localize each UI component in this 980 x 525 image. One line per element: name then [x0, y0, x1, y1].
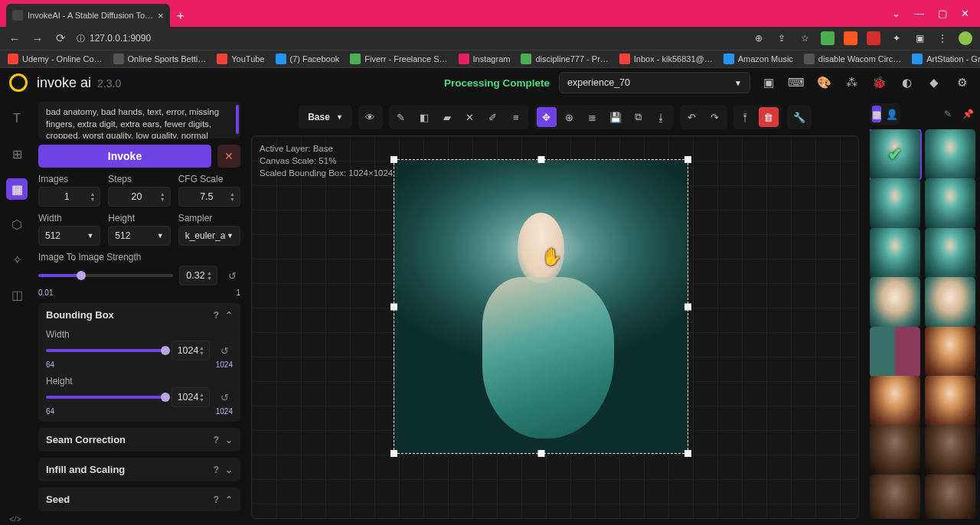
language-icon[interactable]: ⁂	[842, 73, 861, 92]
height-select[interactable]: 512▼	[108, 226, 170, 246]
help-icon[interactable]: ?	[214, 494, 219, 505]
gallery-thumb[interactable]	[870, 425, 920, 475]
bookmark-item[interactable]: Amazon Music	[724, 54, 793, 64]
resize-handle[interactable]	[390, 450, 397, 457]
layers-icon[interactable]: ≣	[583, 107, 603, 127]
canvas-viewport[interactable]: Active Layer: Base Canvas Scale: 51% Sca…	[251, 135, 859, 519]
puzzle-icon[interactable]: ✦	[890, 31, 903, 45]
save-icon[interactable]: 💾	[606, 107, 626, 127]
reset-icon[interactable]: ↺	[216, 342, 233, 359]
negative-prompt-input[interactable]: bad anatomy, bad hands, text, error, mis…	[38, 102, 240, 139]
gallery-thumb[interactable]	[870, 228, 920, 279]
reset-view-icon[interactable]: ⊕	[560, 107, 580, 127]
nodes-tab[interactable]: ⬡	[6, 214, 28, 235]
fill-tool-icon[interactable]: ▰	[437, 107, 457, 127]
gallery-thumb[interactable]	[925, 327, 975, 377]
ext-icon-1[interactable]	[821, 31, 835, 45]
reset-icon[interactable]: ↺	[224, 267, 240, 284]
chevron-down-icon[interactable]: ⌄	[225, 465, 233, 475]
canvas-tab[interactable]: ▦	[6, 178, 28, 200]
bookmark-item[interactable]: Udemy - Online Co…	[8, 54, 103, 64]
move-tool-icon[interactable]: ✥	[537, 107, 557, 127]
stepper-icon[interactable]: ▲▼	[230, 191, 235, 202]
code-toggle-icon[interactable]: </>	[9, 514, 21, 523]
stepper-icon[interactable]: ▲▼	[90, 191, 95, 202]
bbox-height-input[interactable]: 1024▲▼	[172, 387, 210, 407]
wrench-icon[interactable]: 🔧	[789, 107, 809, 127]
i2i-strength-input[interactable]: 0.32▲▼	[179, 266, 217, 285]
resize-handle[interactable]	[390, 156, 397, 163]
txt2img-tab[interactable]: T	[6, 108, 28, 129]
close-tab-icon[interactable]: ×	[158, 10, 164, 21]
gallery-thumb[interactable]	[925, 376, 975, 426]
scrollbar-thumb[interactable]	[236, 105, 239, 134]
chevron-down-icon[interactable]: ⌄	[892, 8, 900, 19]
slider-thumb[interactable]	[77, 271, 86, 280]
bbox-width-slider[interactable]	[46, 349, 165, 352]
brush-tool-icon[interactable]: ✎	[391, 107, 411, 127]
gallery-thumb[interactable]: ✔	[870, 129, 920, 180]
copy-icon[interactable]: ⧉	[629, 107, 648, 127]
gallery-thumb[interactable]	[870, 376, 920, 426]
url-field[interactable]: ⓘ 127.0.0.1:9090	[77, 33, 151, 44]
gallery-thumb[interactable]	[870, 327, 920, 377]
invoke-button[interactable]: Invoke	[38, 145, 211, 168]
ext-icon-2[interactable]	[844, 31, 858, 45]
postprocess-tab[interactable]: ✧	[6, 249, 28, 270]
settings-icon[interactable]: ⚙	[952, 73, 971, 92]
images-input[interactable]: 1▲▼	[38, 187, 100, 207]
model-select[interactable]: experience_70 ▼	[559, 72, 750, 93]
reload-icon[interactable]: ⟳	[54, 31, 67, 45]
bookmark-item[interactable]: discipline777 - Pr…	[521, 54, 608, 64]
gallery-thumb[interactable]	[925, 277, 975, 328]
resize-handle[interactable]	[684, 303, 691, 310]
bookmark-item[interactable]: (7) Facebook	[276, 54, 340, 64]
profile-avatar[interactable]	[959, 31, 972, 45]
menu-icon[interactable]: ⋮	[936, 31, 949, 45]
palette-icon[interactable]: 🎨	[815, 73, 833, 92]
site-info-icon[interactable]: ⓘ	[77, 33, 85, 44]
gallery-icon[interactable]: ▣	[760, 73, 778, 92]
gallery-thumb[interactable]	[925, 474, 975, 519]
seed-section[interactable]: Seed?⌃	[38, 488, 240, 511]
clear-mask-icon[interactable]: ✕	[460, 107, 480, 127]
maximize-icon[interactable]: ▢	[938, 8, 947, 19]
gallery-images-tab[interactable]: ▦	[872, 106, 881, 122]
resize-handle[interactable]	[684, 156, 691, 163]
lines-icon[interactable]: ≡	[506, 107, 526, 127]
chevron-up-icon[interactable]: ⌃	[225, 494, 233, 505]
steps-input[interactable]: 20▲▼	[108, 187, 170, 207]
bbox-width-input[interactable]: 1024▲▼	[172, 341, 210, 360]
redo-icon[interactable]: ↷	[705, 107, 725, 127]
upload-icon[interactable]: ⭱	[736, 107, 756, 127]
stepper-icon[interactable]: ▲▼	[199, 345, 204, 356]
mask-toggle-icon[interactable]: 👁	[361, 107, 381, 127]
download-icon[interactable]: ⭳	[652, 107, 671, 127]
github-icon[interactable]: ◐	[897, 73, 916, 92]
layer-select[interactable]: Base▼	[299, 106, 352, 129]
resize-handle[interactable]	[537, 156, 544, 163]
help-icon[interactable]: ?	[214, 310, 219, 321]
sampler-select[interactable]: k_euler_a▼	[178, 226, 240, 246]
img2img-tab[interactable]: ⊞	[6, 143, 28, 165]
bbox-height-slider[interactable]	[46, 396, 165, 399]
gallery-pin-icon[interactable]: 📌	[960, 106, 975, 122]
cfg-input[interactable]: 7.5▲▼	[178, 187, 240, 207]
chevron-up-icon[interactable]: ⌃	[225, 310, 233, 321]
bug-icon[interactable]: 🐞	[870, 73, 888, 92]
gallery-user-tab[interactable]: 👤	[886, 106, 898, 122]
i2i-strength-slider[interactable]	[38, 274, 173, 277]
stepper-icon[interactable]: ▲▼	[160, 191, 165, 202]
help-icon[interactable]: ?	[214, 465, 219, 475]
gallery-thumb[interactable]	[870, 178, 920, 229]
star-icon[interactable]: ☆	[798, 31, 812, 45]
bookmark-item[interactable]: ArtStation - Greg R…	[912, 54, 980, 64]
bookmark-item[interactable]: disable Wacom Circ…	[804, 54, 901, 64]
discord-icon[interactable]: ◆	[925, 73, 943, 92]
slider-thumb[interactable]	[161, 393, 170, 402]
chevron-down-icon[interactable]: ⌄	[225, 435, 233, 445]
infill-scaling-section[interactable]: Infill and Scaling?⌄	[38, 458, 240, 481]
bookmark-item[interactable]: Fiverr - Freelance S…	[350, 54, 447, 64]
stepper-icon[interactable]: ▲▼	[207, 270, 212, 281]
gallery-settings-icon[interactable]: ✎	[940, 106, 956, 122]
